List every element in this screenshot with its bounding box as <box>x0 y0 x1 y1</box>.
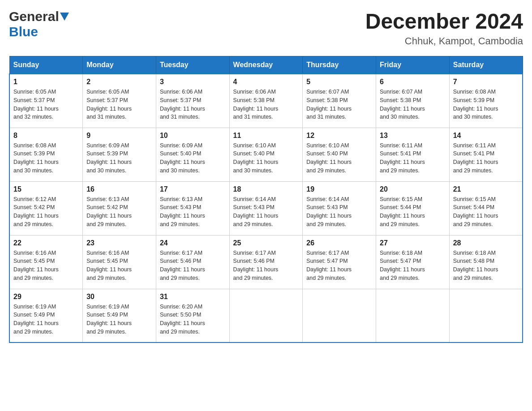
day-info: Sunrise: 6:08 AM Sunset: 5:39 PM Dayligh… <box>13 141 79 175</box>
day-number: 8 <box>13 132 79 140</box>
calendar-cell: 14 Sunrise: 6:11 AM Sunset: 5:41 PM Dayl… <box>449 128 523 181</box>
calendar-cell: 12 Sunrise: 6:10 AM Sunset: 5:40 PM Dayl… <box>303 128 376 181</box>
page-header: General Blue December 2024 Chhuk, Kampot… <box>9 9 523 47</box>
calendar-week-row: 15 Sunrise: 6:12 AM Sunset: 5:42 PM Dayl… <box>9 181 523 235</box>
day-info: Sunrise: 6:17 AM Sunset: 5:46 PM Dayligh… <box>233 249 299 283</box>
calendar-cell: 7 Sunrise: 6:08 AM Sunset: 5:39 PM Dayli… <box>449 74 523 128</box>
calendar-cell: 4 Sunrise: 6:06 AM Sunset: 5:38 PM Dayli… <box>229 74 303 128</box>
day-number: 29 <box>13 293 79 301</box>
calendar-cell: 19 Sunrise: 6:14 AM Sunset: 5:43 PM Dayl… <box>303 181 376 235</box>
day-info: Sunrise: 6:05 AM Sunset: 5:37 PM Dayligh… <box>13 88 79 121</box>
calendar-cell <box>376 289 450 342</box>
day-info: Sunrise: 6:19 AM Sunset: 5:49 PM Dayligh… <box>86 303 152 336</box>
calendar-header-row: SundayMondayTuesdayWednesdayThursdayFrid… <box>9 56 523 74</box>
calendar-cell: 30 Sunrise: 6:19 AM Sunset: 5:49 PM Dayl… <box>83 289 156 342</box>
day-info: Sunrise: 6:10 AM Sunset: 5:40 PM Dayligh… <box>306 141 372 175</box>
day-info: Sunrise: 6:05 AM Sunset: 5:37 PM Dayligh… <box>86 88 152 121</box>
calendar-week-row: 29 Sunrise: 6:19 AM Sunset: 5:49 PM Dayl… <box>9 289 523 342</box>
calendar-week-row: 8 Sunrise: 6:08 AM Sunset: 5:39 PM Dayli… <box>9 128 523 181</box>
calendar-table: SundayMondayTuesdayWednesdayThursdayFrid… <box>9 56 523 343</box>
calendar-cell: 5 Sunrise: 6:07 AM Sunset: 5:38 PM Dayli… <box>303 74 376 128</box>
calendar-cell <box>229 289 303 342</box>
calendar-cell: 11 Sunrise: 6:10 AM Sunset: 5:40 PM Dayl… <box>229 128 303 181</box>
calendar-cell: 27 Sunrise: 6:18 AM Sunset: 5:47 PM Dayl… <box>376 235 450 289</box>
calendar-cell: 2 Sunrise: 6:05 AM Sunset: 5:37 PM Dayli… <box>83 74 156 128</box>
calendar-cell: 15 Sunrise: 6:12 AM Sunset: 5:42 PM Dayl… <box>9 181 83 235</box>
day-number: 16 <box>86 185 152 193</box>
calendar-cell: 29 Sunrise: 6:19 AM Sunset: 5:49 PM Dayl… <box>9 289 83 342</box>
day-number: 23 <box>86 239 152 247</box>
calendar-cell: 18 Sunrise: 6:14 AM Sunset: 5:43 PM Dayl… <box>229 181 303 235</box>
day-info: Sunrise: 6:17 AM Sunset: 5:46 PM Dayligh… <box>160 249 226 283</box>
day-info: Sunrise: 6:11 AM Sunset: 5:41 PM Dayligh… <box>453 141 519 175</box>
day-number: 4 <box>233 78 299 86</box>
day-info: Sunrise: 6:16 AM Sunset: 5:45 PM Dayligh… <box>13 249 79 283</box>
title-section: December 2024 Chhuk, Kampot, Cambodia <box>365 9 523 47</box>
day-info: Sunrise: 6:06 AM Sunset: 5:37 PM Dayligh… <box>160 88 226 121</box>
day-number: 21 <box>453 185 519 193</box>
day-number: 15 <box>13 185 79 193</box>
day-number: 27 <box>380 239 446 247</box>
calendar-cell: 21 Sunrise: 6:15 AM Sunset: 5:44 PM Dayl… <box>449 181 523 235</box>
calendar-cell: 23 Sunrise: 6:16 AM Sunset: 5:45 PM Dayl… <box>83 235 156 289</box>
day-info: Sunrise: 6:13 AM Sunset: 5:43 PM Dayligh… <box>160 195 226 229</box>
day-info: Sunrise: 6:19 AM Sunset: 5:49 PM Dayligh… <box>13 303 79 336</box>
day-info: Sunrise: 6:17 AM Sunset: 5:47 PM Dayligh… <box>306 249 372 283</box>
day-number: 20 <box>380 185 446 193</box>
day-info: Sunrise: 6:18 AM Sunset: 5:47 PM Dayligh… <box>380 249 446 283</box>
day-number: 12 <box>306 132 372 140</box>
day-info: Sunrise: 6:06 AM Sunset: 5:38 PM Dayligh… <box>233 88 299 121</box>
day-number: 10 <box>160 132 226 140</box>
calendar-cell: 24 Sunrise: 6:17 AM Sunset: 5:46 PM Dayl… <box>156 235 229 289</box>
day-info: Sunrise: 6:15 AM Sunset: 5:44 PM Dayligh… <box>380 195 446 229</box>
calendar-cell: 28 Sunrise: 6:18 AM Sunset: 5:48 PM Dayl… <box>449 235 523 289</box>
day-info: Sunrise: 6:09 AM Sunset: 5:39 PM Dayligh… <box>86 141 152 175</box>
day-number: 2 <box>86 78 152 86</box>
day-number: 18 <box>233 185 299 193</box>
calendar-cell: 3 Sunrise: 6:06 AM Sunset: 5:37 PM Dayli… <box>156 74 229 128</box>
day-info: Sunrise: 6:09 AM Sunset: 5:40 PM Dayligh… <box>160 141 226 175</box>
calendar-cell: 8 Sunrise: 6:08 AM Sunset: 5:39 PM Dayli… <box>9 128 83 181</box>
day-number: 1 <box>13 78 79 86</box>
day-number: 30 <box>86 293 152 301</box>
day-info: Sunrise: 6:14 AM Sunset: 5:43 PM Dayligh… <box>306 195 372 229</box>
day-info: Sunrise: 6:18 AM Sunset: 5:48 PM Dayligh… <box>453 249 519 283</box>
logo-general: General <box>9 9 59 24</box>
day-number: 13 <box>380 132 446 140</box>
calendar-day-header: Wednesday <box>229 56 303 74</box>
calendar-cell: 6 Sunrise: 6:07 AM Sunset: 5:38 PM Dayli… <box>376 74 450 128</box>
day-number: 17 <box>160 185 226 193</box>
calendar-cell: 22 Sunrise: 6:16 AM Sunset: 5:45 PM Dayl… <box>9 235 83 289</box>
calendar-cell: 9 Sunrise: 6:09 AM Sunset: 5:39 PM Dayli… <box>83 128 156 181</box>
calendar-day-header: Friday <box>376 56 450 74</box>
day-info: Sunrise: 6:08 AM Sunset: 5:39 PM Dayligh… <box>453 88 519 121</box>
day-info: Sunrise: 6:16 AM Sunset: 5:45 PM Dayligh… <box>86 249 152 283</box>
day-info: Sunrise: 6:14 AM Sunset: 5:43 PM Dayligh… <box>233 195 299 229</box>
day-info: Sunrise: 6:12 AM Sunset: 5:42 PM Dayligh… <box>13 195 79 229</box>
calendar-cell <box>303 289 376 342</box>
calendar-week-row: 1 Sunrise: 6:05 AM Sunset: 5:37 PM Dayli… <box>9 74 523 128</box>
calendar-day-header: Monday <box>83 56 156 74</box>
day-info: Sunrise: 6:07 AM Sunset: 5:38 PM Dayligh… <box>380 88 446 121</box>
calendar-day-header: Saturday <box>449 56 523 74</box>
day-info: Sunrise: 6:10 AM Sunset: 5:40 PM Dayligh… <box>233 141 299 175</box>
day-info: Sunrise: 6:20 AM Sunset: 5:50 PM Dayligh… <box>160 303 226 336</box>
day-number: 5 <box>306 78 372 86</box>
calendar-cell: 13 Sunrise: 6:11 AM Sunset: 5:41 PM Dayl… <box>376 128 450 181</box>
day-number: 7 <box>453 78 519 86</box>
calendar-cell: 1 Sunrise: 6:05 AM Sunset: 5:37 PM Dayli… <box>9 74 83 128</box>
day-number: 22 <box>13 239 79 247</box>
calendar-cell <box>449 289 523 342</box>
logo: General Blue <box>9 9 69 39</box>
day-number: 6 <box>380 78 446 86</box>
day-number: 25 <box>233 239 299 247</box>
day-number: 9 <box>86 132 152 140</box>
day-info: Sunrise: 6:13 AM Sunset: 5:42 PM Dayligh… <box>86 195 152 229</box>
calendar-day-header: Sunday <box>9 56 83 74</box>
calendar-cell: 17 Sunrise: 6:13 AM Sunset: 5:43 PM Dayl… <box>156 181 229 235</box>
day-info: Sunrise: 6:07 AM Sunset: 5:38 PM Dayligh… <box>306 88 372 121</box>
calendar-cell: 20 Sunrise: 6:15 AM Sunset: 5:44 PM Dayl… <box>376 181 450 235</box>
day-number: 14 <box>453 132 519 140</box>
day-number: 24 <box>160 239 226 247</box>
day-number: 11 <box>233 132 299 140</box>
